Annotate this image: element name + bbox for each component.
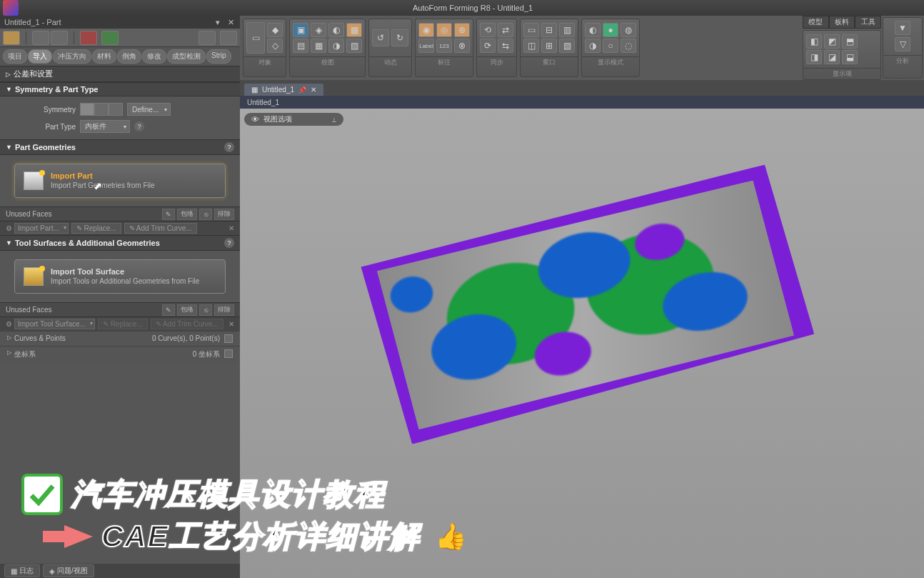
tool-button[interactable]: ⟲	[480, 23, 496, 37]
tab-material[interactable]: 材料	[92, 49, 116, 64]
tool-button[interactable]: ▥	[559, 23, 575, 37]
tool-button[interactable]: ⬒	[842, 34, 858, 49]
replace-button[interactable]: ✎ Replace...	[98, 319, 148, 329]
help-icon[interactable]: ?	[224, 238, 234, 248]
envelope-button[interactable]: 包络	[177, 209, 197, 220]
tool-button[interactable]: ◫	[523, 39, 539, 53]
tool-button[interactable]: ●	[603, 23, 618, 37]
replace-button[interactable]: ✎ Replace...	[71, 223, 121, 234]
section-tool-surf[interactable]: ▼ Tool Surfaces & Additional Geometries …	[0, 235, 240, 251]
tool-button[interactable]: ◑	[328, 39, 344, 53]
tool-button[interactable]: ⊗	[454, 39, 470, 53]
link-icon[interactable]: ⎋	[199, 304, 212, 316]
section-tolerance[interactable]: ▷ 公差和设置	[0, 66, 240, 82]
view-options-chip[interactable]: 👁 视图选项 ⟂	[244, 113, 343, 126]
add-trim-button[interactable]: ✎ Add Trim Curve...	[151, 319, 224, 329]
tool-button[interactable]: ○	[603, 39, 618, 53]
section-symmetry[interactable]: ▼ Symmetry & Part Type	[0, 82, 240, 96]
close-icon[interactable]: ✕	[311, 86, 316, 94]
pin-icon[interactable]: 📌	[298, 86, 306, 94]
tool-button[interactable]: ◆	[267, 23, 283, 37]
delete-icon[interactable]: ✕	[229, 320, 234, 328]
tool-button[interactable]: ↺	[372, 29, 389, 46]
tool-button[interactable]: ◪	[824, 50, 840, 64]
tool-button[interactable]: ▼	[895, 21, 910, 35]
tab-fillet[interactable]: 倒角	[117, 49, 141, 64]
tool-button[interactable]: ◌	[621, 39, 636, 53]
tool-button[interactable]: ⊕	[454, 23, 470, 37]
define-dropdown[interactable]: Define...	[127, 103, 171, 116]
tool-button[interactable]: ▧	[559, 39, 575, 53]
tool-button[interactable]: ◈	[311, 23, 326, 37]
pin-icon[interactable]	[199, 31, 216, 45]
tool-button[interactable]: ◑	[585, 39, 601, 53]
help-icon[interactable]: ?	[224, 142, 234, 152]
document-tab[interactable]: ▦ Untitled_1 📌 ✕	[244, 84, 323, 96]
add-trim-button[interactable]: ✎ Add Trim Curve...	[124, 223, 197, 234]
wrench-icon[interactable]: ✎	[162, 304, 175, 316]
tool-button[interactable]: ▽	[895, 37, 910, 51]
tab-tool[interactable]: 工具	[855, 16, 881, 29]
checkbox[interactable]	[224, 334, 233, 343]
tool-button[interactable]: ◧	[806, 34, 822, 49]
curves-points-row[interactable]: ▷ Curves & Points 0 Curve(s), 0 Point(s)	[0, 331, 240, 346]
folder-open-button[interactable]	[3, 31, 20, 45]
tool-button[interactable]: ◐	[585, 23, 601, 37]
tool-button[interactable]: ⊟	[541, 23, 557, 37]
log-button[interactable]: ▦ 日志	[4, 564, 40, 577]
tool-button[interactable]: ◉	[418, 23, 434, 37]
tool-button[interactable]: ◇	[267, 39, 283, 53]
import-tool-dropdown[interactable]: Import Tool Surface...	[14, 319, 95, 329]
envelope-button[interactable]: 包络	[177, 304, 197, 316]
tool-button[interactable]: ▣	[293, 23, 308, 37]
tool-button[interactable]: ⬓	[842, 50, 858, 64]
pin-icon[interactable]: ⟂	[332, 116, 336, 124]
tab-stamp-dir[interactable]: 冲压方向	[53, 49, 91, 64]
tool-button[interactable]: ◩	[824, 34, 840, 49]
select-button[interactable]: ▭	[246, 22, 265, 54]
tool-button[interactable]: ▨	[346, 39, 362, 53]
tool-button[interactable]: ▩	[346, 23, 362, 37]
tool-button[interactable]: ◍	[621, 23, 636, 37]
close-icon[interactable]: ✕	[226, 17, 236, 27]
tool-button[interactable]: ⇄	[498, 23, 513, 37]
tool-button[interactable]: ◎	[436, 23, 452, 37]
coord-sys-row[interactable]: ▷ 坐标系 0 坐标系	[0, 346, 240, 362]
label-button[interactable]: Label	[418, 39, 434, 53]
checkbox[interactable]	[224, 349, 233, 358]
undo-button[interactable]	[32, 31, 49, 45]
link-icon[interactable]: ⎋	[199, 209, 212, 220]
tool-button[interactable]: ◨	[806, 50, 822, 64]
help-icon[interactable]: ?	[134, 121, 144, 131]
tool-button[interactable]: ↻	[391, 29, 408, 46]
sim-button[interactable]	[101, 31, 119, 45]
preset-button[interactable]	[80, 31, 97, 45]
tool-button[interactable]: ▭	[523, 23, 539, 37]
tab-model[interactable]: 模型	[803, 16, 829, 29]
parttype-dropdown[interactable]: 内板件	[80, 120, 130, 133]
delete-icon[interactable]: ✕	[229, 224, 234, 232]
tool-button[interactable]: ▦	[311, 39, 326, 53]
exclude-button[interactable]: 排除	[214, 209, 234, 220]
tool-button[interactable]: ▤	[293, 39, 308, 53]
tab-sheet[interactable]: 板料	[829, 16, 855, 29]
tool-button[interactable]: 123	[436, 39, 452, 53]
tool-button[interactable]: ◐	[328, 23, 344, 37]
tab-form-check[interactable]: 成型检测	[167, 49, 206, 64]
exclude-button[interactable]: 排除	[214, 304, 234, 316]
tool-button[interactable]: ⟳	[480, 39, 496, 53]
wrench-icon[interactable]: ✎	[162, 209, 175, 220]
dropdown-icon[interactable]: ▾	[213, 17, 223, 27]
tab-project[interactable]: 项目	[3, 49, 27, 64]
issues-button[interactable]: ◈ 问题/视图	[43, 564, 94, 577]
symmetry-toggle[interactable]	[80, 103, 123, 116]
import-part-button[interactable]: Import Part Import Part Geometries from …	[14, 164, 226, 198]
tab-modify[interactable]: 修改	[142, 49, 166, 64]
section-part-geom[interactable]: ▼ Part Geometries ?	[0, 139, 240, 155]
tool-button[interactable]: ⊞	[541, 39, 557, 53]
redo-button[interactable]	[51, 31, 68, 45]
gear-icon[interactable]	[220, 31, 237, 45]
import-tool-surface-button[interactable]: Import Tool Surface Import Tools or Addi…	[14, 259, 226, 294]
tab-strip[interactable]: Strip	[206, 49, 231, 64]
import-part-dropdown[interactable]: Import Part...	[14, 223, 69, 234]
